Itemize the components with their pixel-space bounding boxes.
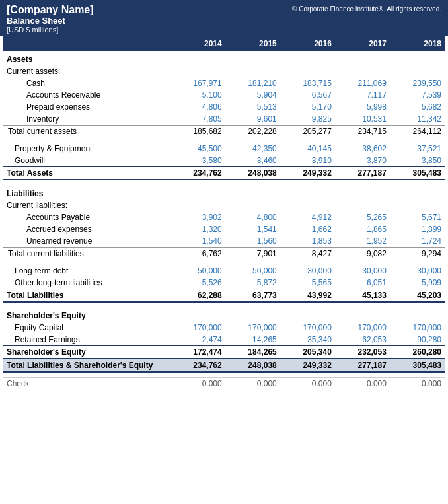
property-equipment-row: Property & Equipment 45,500 42,350 40,14… <box>3 143 445 155</box>
re-2016: 35,340 <box>281 334 336 346</box>
cash-label: Cash <box>3 77 171 89</box>
tle-2016: 249,332 <box>281 359 336 372</box>
inventory-row: Inventory 7,805 9,601 9,825 10,531 11,34… <box>3 113 445 126</box>
spacer5 <box>3 372 445 377</box>
ar-2015: 5,904 <box>226 89 281 101</box>
tle-label: Total Liabilities & Shareholder's Equity <box>3 359 171 372</box>
company-name: [Company Name] <box>7 4 94 16</box>
cash-2016: 183,715 <box>281 77 336 89</box>
tle-2014: 234,762 <box>171 359 226 372</box>
ec-2015: 170,000 <box>226 322 281 334</box>
tcl-2018: 9,294 <box>391 248 445 260</box>
goodwill-row: Goodwill 3,580 3,460 3,910 3,870 3,850 <box>3 155 445 167</box>
tca-2018: 264,112 <box>391 126 445 138</box>
total-current-liabilities-row: Total current liabilities 6,762 7,901 8,… <box>3 248 445 260</box>
total-equity-row: Shareholder's Equity 172,474 184,265 205… <box>3 346 445 359</box>
current-assets-label: Current assets: <box>3 65 171 77</box>
ae-2016: 1,662 <box>281 223 336 235</box>
prepaid-label: Prepaid expenses <box>3 101 171 113</box>
ta-2016: 249,332 <box>281 167 336 180</box>
year-2014-header: 2014 <box>171 36 226 51</box>
tcl-2016: 8,427 <box>281 248 336 260</box>
accrued-label: Accrued expenses <box>3 223 171 235</box>
inv-2017: 10,531 <box>336 113 391 126</box>
ta-2014: 234,762 <box>171 167 226 180</box>
ur-2016: 1,853 <box>281 235 336 248</box>
ap-2017: 5,265 <box>336 211 391 223</box>
tca-2015: 202,228 <box>226 126 281 138</box>
ec-2018: 170,000 <box>391 322 445 334</box>
ur-2017: 1,952 <box>336 235 391 248</box>
accounts-receivable-label: Accounts Receivable <box>3 89 171 101</box>
check-2017: 0.000 <box>336 377 391 390</box>
tle-2018: 305,483 <box>391 359 445 372</box>
accrued-expenses-row: Accrued expenses 1,320 1,541 1,662 1,865… <box>3 223 445 235</box>
check-2014: 0.000 <box>171 377 226 390</box>
ae-2017: 1,865 <box>336 223 391 235</box>
ltd-2018: 30,000 <box>391 265 445 277</box>
tca-2017: 234,715 <box>336 126 391 138</box>
ar-2017: 7,117 <box>336 89 391 101</box>
tle-2015: 248,038 <box>226 359 281 372</box>
oltl-2017: 6,051 <box>336 277 391 289</box>
total-assets-label: Total Assets <box>3 167 171 180</box>
ae-2015: 1,541 <box>226 223 281 235</box>
inv-2015: 9,601 <box>226 113 281 126</box>
pe-2017: 38,602 <box>336 143 391 155</box>
unearned-revenue-row: Unearned revenue 1,540 1,560 1,853 1,952… <box>3 235 445 248</box>
property-label: Property & Equipment <box>3 143 171 155</box>
liabilities-header-row: Liabilities <box>3 185 445 199</box>
ap-2014: 3,902 <box>171 211 226 223</box>
tl-2017: 45,133 <box>336 289 391 303</box>
liabilities-label: Liabilities <box>3 185 171 199</box>
accounts-payable-row: Accounts Payable 3,902 4,800 4,912 5,265… <box>3 211 445 223</box>
current-assets-header-row: Current assets: <box>3 65 445 77</box>
ta-2018: 305,483 <box>391 167 445 180</box>
ltd-label: Long-term debt <box>3 265 171 277</box>
check-row: Check 0.000 0.000 0.000 0.000 0.000 <box>3 377 445 390</box>
empty-header <box>3 36 171 51</box>
prepaid-2016: 5,170 <box>281 101 336 113</box>
te-2014: 172,474 <box>171 346 226 359</box>
inv-2016: 9,825 <box>281 113 336 126</box>
ec-2014: 170,000 <box>171 322 226 334</box>
inventory-label: Inventory <box>3 113 171 126</box>
balance-sheet-table: 2014 2015 2016 2017 2018 Assets Current … <box>3 36 445 390</box>
gw-2017: 3,870 <box>336 155 391 167</box>
check-label: Check <box>3 377 171 390</box>
prepaid-2018: 5,682 <box>391 101 445 113</box>
spacer3 <box>3 260 445 265</box>
current-liabilities-label: Current liabilities: <box>3 199 171 211</box>
gw-2014: 3,580 <box>171 155 226 167</box>
re-label: Retained Earnings <box>3 334 171 346</box>
ec-2016: 170,000 <box>281 322 336 334</box>
re-2015: 14,265 <box>226 334 281 346</box>
ar-2014: 5,100 <box>171 89 226 101</box>
long-term-debt-row: Long-term debt 50,000 50,000 30,000 30,0… <box>3 265 445 277</box>
tle-2017: 277,187 <box>336 359 391 372</box>
ltd-2017: 30,000 <box>336 265 391 277</box>
copyright: © Corporate Finance Institute®. All righ… <box>292 5 441 13</box>
equity-label: Shareholder's Equity <box>3 307 171 322</box>
ar-2016: 6,567 <box>281 89 336 101</box>
tcl-2017: 9,082 <box>336 248 391 260</box>
ur-2014: 1,540 <box>171 235 226 248</box>
ar-2018: 7,539 <box>391 89 445 101</box>
tcl-2014: 6,762 <box>171 248 226 260</box>
goodwill-label: Goodwill <box>3 155 171 167</box>
ae-2018: 1,899 <box>391 223 445 235</box>
total-current-assets-row: Total current assets 185,682 202,228 205… <box>3 126 445 138</box>
total-liabilities-row: Total Liabilities 62,288 63,773 43,992 4… <box>3 289 445 303</box>
spacer1 <box>3 137 445 143</box>
ltd-2016: 30,000 <box>281 265 336 277</box>
cash-row: Cash 167,971 181,210 183,715 211,069 239… <box>3 77 445 89</box>
ta-2017: 277,187 <box>336 167 391 180</box>
currency-label: [USD $ millions] <box>7 26 94 34</box>
spacer2 <box>3 180 445 185</box>
total-liabilities-equity-row: Total Liabilities & Shareholder's Equity… <box>3 359 445 372</box>
other-long-term-row: Other long-term liabilities 5,526 5,872 … <box>3 277 445 289</box>
ec-label: Equity Capital <box>3 322 171 334</box>
total-current-assets-label: Total current assets <box>3 126 171 138</box>
tcl-2015: 7,901 <box>226 248 281 260</box>
equity-capital-row: Equity Capital 170,000 170,000 170,000 1… <box>3 322 445 334</box>
